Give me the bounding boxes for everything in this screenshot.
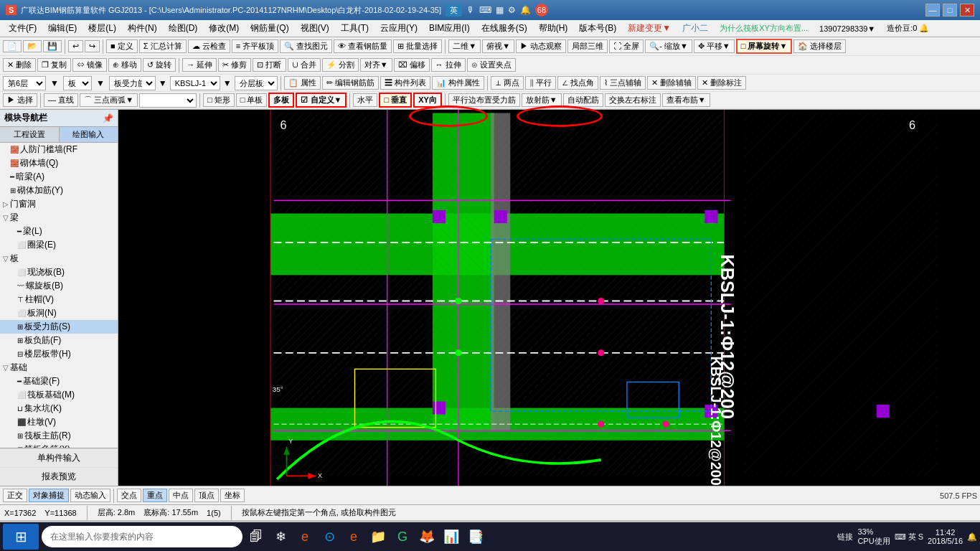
xy-btn[interactable]: XY向 — [413, 93, 442, 108]
snap-midpoint[interactable]: 中点 — [169, 489, 193, 502]
app1-icon[interactable]: 📊 — [440, 526, 462, 547]
tree-renfang[interactable]: 🧱 人防门槛墙(RF — [0, 143, 118, 156]
minimize-button[interactable]: — — [925, 4, 940, 17]
snap-intersection[interactable]: 交点 — [117, 489, 141, 502]
tree-zhumao[interactable]: ⊤ 柱帽(V) — [0, 293, 118, 306]
spec-select[interactable]: KBSLJ-1 — [170, 76, 220, 90]
close-button[interactable]: ✕ — [960, 4, 974, 17]
menu-view[interactable]: 视图(V) — [295, 21, 335, 36]
undo-btn[interactable]: ↩ — [68, 40, 83, 52]
weather-icon[interactable]: ❄ — [270, 526, 291, 547]
del-axis-btn[interactable]: ✕ 删除辅轴 — [647, 76, 696, 90]
snap-coordinate[interactable]: 坐标 — [220, 489, 245, 502]
open-btn[interactable]: 📂 — [23, 40, 42, 52]
tree-faban[interactable]: ⬜ 筏板基础(M) — [0, 388, 118, 402]
glodon-icon[interactable]: G — [392, 526, 413, 547]
snap-vertex[interactable]: 顶点 — [194, 489, 219, 502]
snap-dynamic[interactable]: 动态输入 — [70, 489, 110, 502]
tree-xianjiao[interactable]: ⬜ 现浇板(B) — [0, 265, 118, 279]
find-elem-btn[interactable]: 🔍 查找图元 — [280, 39, 332, 53]
menu-modify[interactable]: 修改(M) — [203, 21, 245, 36]
zoom-out-btn[interactable]: 🔍- 缩放▼ — [645, 39, 692, 53]
new-btn[interactable]: 📄 — [3, 40, 22, 52]
comp-prop-btn[interactable]: 📊 构件属性 — [432, 76, 484, 90]
local3d-btn[interactable]: 局部三维 — [567, 39, 608, 53]
tree-banshoulij[interactable]: ⊞ 板受力筋(S) — [0, 320, 118, 334]
angle-btn[interactable]: ∠ 找点角 — [557, 76, 598, 90]
rebar-select[interactable]: 板受力筋 — [109, 76, 156, 90]
define-btn[interactable]: ■ 定义 — [106, 39, 138, 53]
redo-btn[interactable]: ↪ — [85, 40, 100, 52]
comp-list-btn[interactable]: ☰ 构件列表 — [380, 76, 430, 90]
menu-bim[interactable]: BIM应用(I) — [423, 21, 476, 36]
tree-bandong[interactable]: ⬜ 板洞(N) — [0, 306, 118, 320]
edit-rebar-btn[interactable]: ✏ 编辑钢筋筋 — [322, 76, 379, 90]
browser3-icon[interactable]: e — [343, 526, 364, 547]
anim-btn[interactable]: ▶ 动态观察 — [516, 39, 566, 53]
save-btn[interactable]: 💾 — [43, 40, 62, 52]
align-slab-btn[interactable]: ≡ 齐平板顶 — [232, 39, 278, 53]
menu-version[interactable]: 版本号(B) — [573, 21, 622, 36]
menu-file[interactable]: 文件(F) — [3, 21, 42, 36]
notification-icon[interactable]: 🔔 — [967, 532, 977, 542]
type-select[interactable]: 板 — [63, 76, 92, 90]
floor-select[interactable]: 第6层 — [3, 76, 46, 90]
menu-component[interactable]: 构件(N) — [122, 21, 163, 36]
three-point-axis-btn[interactable]: ⌇ 三点辅轴 — [600, 76, 646, 90]
stretch-btn[interactable]: ↔ 拉伸 — [431, 58, 466, 72]
select-floor-btn[interactable]: 🏠 选择楼层 — [793, 39, 846, 53]
sublayer-select[interactable]: 分层板1 — [235, 76, 278, 90]
engineering-tab[interactable]: 工程设置 — [0, 127, 60, 142]
grip-btn[interactable]: ⊙ 设置夹点 — [467, 58, 516, 72]
rotate-btn[interactable]: ↺ 旋转 — [143, 58, 176, 72]
auto-config-btn[interactable]: 自动配筋 — [563, 93, 603, 107]
2d-btn[interactable]: 二维▼ — [448, 39, 481, 53]
taskbar-search[interactable]: 在这里输入你要搜索的内容 — [42, 526, 242, 547]
merge-btn[interactable]: ∪ 合并 — [288, 58, 321, 72]
offset-btn[interactable]: ⌧ 偏移 — [394, 58, 430, 72]
menu-edit[interactable]: 编辑(E) — [42, 21, 83, 36]
view-rebar-btn[interactable]: 👁 查看钢筋量 — [334, 39, 392, 53]
view-btn[interactable]: 俯视▼ — [482, 39, 514, 53]
del-mark-btn[interactable]: ✕ 删除标注 — [697, 76, 746, 90]
split-btn[interactable]: ⚡ 分割 — [322, 58, 359, 72]
tree-jishui[interactable]: ⊔ 集水坑(K) — [0, 402, 118, 415]
tree-jichu[interactable]: ▽ 基础 — [0, 361, 118, 375]
tree-anliang[interactable]: ━ 暗梁(A) — [0, 170, 118, 184]
batch-select-btn[interactable]: ⊞ 批量选择 — [393, 39, 442, 53]
snap-object[interactable]: 对象捕捉 — [29, 489, 69, 502]
draw-mode-select[interactable] — [139, 93, 197, 108]
multi-btn[interactable]: 多板 — [268, 93, 294, 108]
menu-phone[interactable]: 13907298339▼ — [814, 23, 881, 34]
browser1-icon[interactable]: e — [294, 526, 316, 547]
menu-help[interactable]: 帮助(H) — [533, 21, 574, 36]
align-btn[interactable]: 对齐▼ — [360, 58, 392, 72]
tree-qiti-jiajin[interactable]: ⊞ 砌体加筋(Y) — [0, 184, 118, 197]
tree-ban[interactable]: ▽ 板 — [0, 252, 118, 265]
single-input-btn[interactable]: 单构件输入 — [0, 448, 118, 467]
snap-orthogonal[interactable]: 正交 — [3, 489, 27, 502]
radial-btn[interactable]: 放射筋▼ — [522, 93, 562, 107]
fullscreen-btn[interactable]: ⛶ 全屏 — [609, 39, 644, 53]
menu-tip[interactable]: 为什么筏板XY方向布置... — [714, 22, 814, 35]
sidebar-pin[interactable]: 📌 — [103, 113, 113, 123]
tree-luoxuan[interactable]: 〰 螺旋板(B) — [0, 279, 118, 293]
parallel-btn[interactable]: ∥ 平行 — [525, 76, 556, 90]
app2-icon[interactable]: 📑 — [465, 526, 486, 547]
tree-loudai[interactable]: ⊟ 楼层板带(H) — [0, 347, 118, 361]
folder-icon[interactable]: 📁 — [367, 526, 389, 547]
single-btn[interactable]: □ 单板 — [236, 93, 268, 107]
menu-floor[interactable]: 楼层(L) — [83, 21, 122, 36]
custom-btn[interactable]: ☑ 自定义▼ — [296, 93, 347, 108]
firefox-icon[interactable]: 🦊 — [416, 526, 438, 547]
tree-fabanfuji[interactable]: ⊞ 筏板负筋(X) — [0, 443, 118, 448]
tree-banfuj[interactable]: ⊞ 板负筋(F) — [0, 334, 118, 347]
trim-btn[interactable]: ✂ 修剪 — [218, 58, 251, 72]
vertical-btn[interactable]: □ 垂直 — [379, 93, 412, 108]
start-button[interactable]: ⊞ — [3, 524, 39, 550]
move2-btn[interactable]: ⊕ 移动 — [108, 58, 141, 72]
two-point-btn[interactable]: ⊥ 两点 — [491, 76, 524, 90]
tree-fabanzhuji[interactable]: ⊞ 筏板主筋(R) — [0, 429, 118, 443]
break-btn[interactable]: ⊡ 打断 — [253, 58, 286, 72]
rect-btn[interactable]: □ 矩形 — [203, 93, 235, 107]
